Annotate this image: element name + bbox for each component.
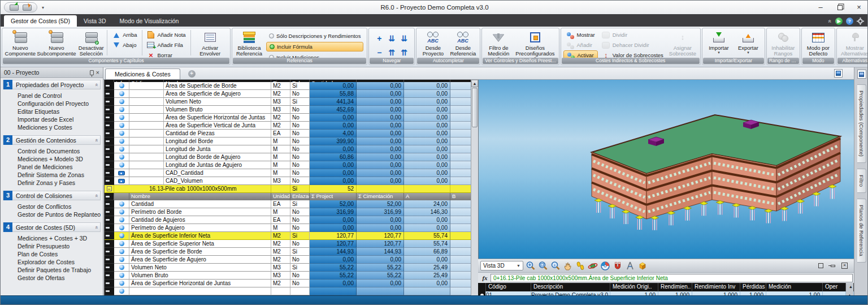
modo-por-defecto-button[interactable]: Modo por Defecto xyxy=(804,29,832,57)
tab-mediciones-costes[interactable]: Mediciones & Costes xyxy=(105,68,180,79)
zoom-window-button[interactable] xyxy=(537,260,549,272)
sidebar-item-mediciones-costes-3d[interactable]: Mediciones + Costes + 3D xyxy=(18,234,101,242)
sidebar-item-definir-sistema-de-zonas[interactable]: Definir Sistema de Zonas xyxy=(18,171,101,179)
sidebar-item-definir-paquetes-de-trabajo[interactable]: Definir Paquetes de Trabajo xyxy=(18,266,101,274)
table-row[interactable]: Perímetro de AgujeroMNo0,000,000,00 xyxy=(105,224,471,232)
sidebar-item-definir-presupuesto[interactable]: Definir Presupuesto xyxy=(18,242,101,250)
section-header-propiedades-del-proyecto[interactable]: 1Propiedades del Proyecto« xyxy=(3,80,101,89)
panel-menu-button[interactable] xyxy=(857,70,866,79)
table-row[interactable]: Longitud de JuntaMNo0,000,000,00 xyxy=(105,145,471,153)
radio-solo-descripciones-y-rendimientos[interactable]: Sólo Descripciones y Rendimientos xyxy=(266,31,363,41)
magnet-snap-button[interactable] xyxy=(612,260,623,272)
sidebar-item-definir-zonas-y-fases[interactable]: Definir Zonas y Fases xyxy=(18,179,101,187)
table-row[interactable]: Área de Superficie Horizontal de JuntasM… xyxy=(105,114,471,122)
restore-button[interactable] xyxy=(830,1,849,14)
jump-down-button[interactable]: ⇊ xyxy=(401,35,408,42)
table-row[interactable]: Área de Superficie de BordeM2Si144,93144… xyxy=(105,248,471,256)
ribbon-tab-vista-3d[interactable]: Vista 3D xyxy=(77,15,113,27)
filtro-de-medicion-button[interactable]: Filtro de Medición▾ xyxy=(484,29,513,61)
cube-3d-button[interactable] xyxy=(637,260,648,272)
panel-close-icon[interactable]: × xyxy=(96,70,99,76)
sidebar-item-panel-de-control[interactable]: Panel de Control xyxy=(18,92,101,100)
help-icon[interactable]: ? xyxy=(846,18,853,25)
sidebar-item-explorador-de-costes[interactable]: Explorador de Costes xyxy=(18,258,101,266)
scrollbar-thumb[interactable] xyxy=(472,88,478,127)
sidebar-item-importar-desde-excel[interactable]: Importar desde Excel xyxy=(18,115,101,123)
sidebar-item-editar-etiquetas[interactable]: Editar Etiquetas xyxy=(18,108,101,115)
jump-up-button[interactable]: ⇈ xyxy=(401,49,408,57)
desde-referencia-button[interactable]: ABCDesde Referencia xyxy=(448,29,478,57)
nuevo-subcomponente-button[interactable]: Nuevo Subcomponente xyxy=(37,29,76,57)
scroll-up-icon[interactable]: ▲ xyxy=(471,80,478,87)
anadir-fila-button[interactable]: Añadir Fila xyxy=(144,40,188,50)
collapse-chevron-icon[interactable]: « xyxy=(93,83,99,86)
table-row[interactable]: Longitud del BordeMNo399,900,000,00 xyxy=(105,138,471,145)
table-row[interactable]: Área de Superficie de AgujeroM2No55,880,… xyxy=(105,90,471,98)
table-row[interactable]: Longitud de Juntas de AgujeroMNo0,000,00… xyxy=(105,161,471,169)
arriba-button[interactable]: Arriba xyxy=(109,30,140,40)
side-tab-propiedades-componente[interactable]: Propiedades (Componente) xyxy=(857,84,866,163)
desde-proyecto-button[interactable]: ABCDesde Proyecto xyxy=(419,29,447,57)
mostrar-button[interactable]: Mostrar xyxy=(563,30,598,40)
exportar-button[interactable]: Exportar▾ xyxy=(734,29,762,55)
table-row[interactable]: Área de Superficie Vertical de JuntaM2No… xyxy=(105,122,471,130)
formula-input[interactable]: 0+16.13-Pile cab 1000x1000x500mm.Área de… xyxy=(491,274,853,282)
table-row[interactable]: Área de Superficie Horizontal de JuntasM… xyxy=(105,280,471,287)
table-row[interactable]: Volumen BrutoM3No452,690,000,00 xyxy=(105,106,471,114)
quick-export-icon[interactable] xyxy=(23,5,32,11)
collapse-minus-icon[interactable]: − xyxy=(107,186,112,191)
table-row[interactable]: Volumen NetoM3Si55,2255,2225,49 xyxy=(105,264,471,272)
nuevo-componente-button[interactable]: Nuevo Componente xyxy=(5,29,36,57)
radio-incluir-formula[interactable]: Incluir Fórmula xyxy=(266,42,363,51)
anadir-nota-button[interactable]: Añadir Nota xyxy=(144,30,188,40)
view-selector-dropdown[interactable]: Vista 3D ▼ xyxy=(480,261,523,270)
table-row[interactable]: Volumen BrutoM3No55,2255,2225,49 xyxy=(105,272,471,280)
desactivar-seleccion-button[interactable]: ✓Desactivar Selección xyxy=(77,29,105,57)
sidebar-item-gestor-de-puntos-de-replanteo[interactable]: Gestor de Puntos de Replanteo xyxy=(18,211,101,218)
table-row[interactable]: Área de Superficie de BordeM2Si0,000,000… xyxy=(105,82,471,90)
side-tab-planos-de-referencia[interactable]: Planos de Referencia xyxy=(857,199,866,263)
quick-save-icon[interactable] xyxy=(10,5,19,11)
sidebar-item-panel-de-mediciones[interactable]: Panel de Mediciones xyxy=(18,163,101,171)
zoom-dynamic-button[interactable] xyxy=(525,260,536,272)
table-row[interactable]: CAD_VolumenM3No0,000,000,00 xyxy=(105,177,471,185)
importar-button[interactable]: Importar▾ xyxy=(705,29,733,55)
collapse-chevron-icon[interactable]: « xyxy=(93,194,99,197)
page-down-button[interactable]: ⇊ xyxy=(389,35,396,42)
viewport-maximize-icon[interactable] xyxy=(817,263,824,269)
sidebar-item-mediciones-y-costes[interactable]: Mediciones y Costes xyxy=(18,123,101,131)
add-tab-icon[interactable]: + xyxy=(188,70,196,78)
table-row[interactable]: Volumen NetoM3Si441,340,000,00 xyxy=(105,98,471,106)
table-row[interactable]: Longitud de Borde de AgujeroMNo60,860,00… xyxy=(105,153,471,161)
section-header-gestor-de-costes-5d[interactable]: 4Gestor de Costes (5D)« xyxy=(3,222,101,232)
table-row[interactable]: CantidadEASi52,0052,0024,00 xyxy=(105,200,471,208)
gear-icon[interactable] xyxy=(857,18,864,25)
sidebar-item-mediciones-modelo-3d[interactable]: Mediciones + Modelo 3D xyxy=(18,155,101,163)
walk-mode-button[interactable] xyxy=(575,260,586,272)
collapse-ribbon-icon[interactable]: « xyxy=(827,20,834,23)
qat-customize-icon[interactable]: ▾ xyxy=(42,5,44,10)
collapse-chevron-icon[interactable]: « xyxy=(93,139,99,141)
table-row[interactable]: CAD_CantidadMNo0,000,000,00 xyxy=(105,169,471,177)
navigation-wheel-button[interactable] xyxy=(600,260,611,272)
orbit-mode-button[interactable] xyxy=(587,260,598,272)
group-collapse-cell[interactable]: − xyxy=(105,185,114,193)
table-scrollbar[interactable]: ▲ xyxy=(471,80,478,295)
window-layout-button[interactable] xyxy=(834,69,843,78)
page-up-button[interactable]: ⇈ xyxy=(389,49,396,57)
sidebar-item-configuracion-del-proyecto[interactable]: Configuración del Proyecto xyxy=(18,100,101,108)
side-tab-filtro[interactable]: Filtro xyxy=(857,169,866,193)
section-header-control-de-colisiones[interactable]: 3Control de Colisiones« xyxy=(3,191,101,200)
ribbon-tab-gestor-de-costes-5d[interactable]: Gestor de Costes (5D) xyxy=(4,15,77,27)
sync-icon[interactable]: ▶ xyxy=(835,18,843,25)
biblioteca-referencia-button[interactable]: Biblioteca Referencia xyxy=(235,29,264,57)
table-row[interactable]: Cantidad de PiezasEANo4,000,000,00 xyxy=(105,130,471,138)
collapse-chevron-icon[interactable]: « xyxy=(93,226,99,229)
sidebar-item-plan-de-costes[interactable]: Plan de Costes xyxy=(18,250,101,258)
viewport-pin-icon[interactable] xyxy=(829,263,836,269)
collapse-minus-button[interactable]: − xyxy=(377,49,381,57)
zoom-extents-button[interactable]: ± xyxy=(550,260,561,272)
sidebar-item-gestor-de-conflictos[interactable]: Gestor de Conflictos xyxy=(18,203,101,211)
table-row[interactable]: Perímetro del BordeMNo316,99316,99146,30 xyxy=(105,208,471,216)
abajo-button[interactable]: Abajo xyxy=(109,40,140,50)
